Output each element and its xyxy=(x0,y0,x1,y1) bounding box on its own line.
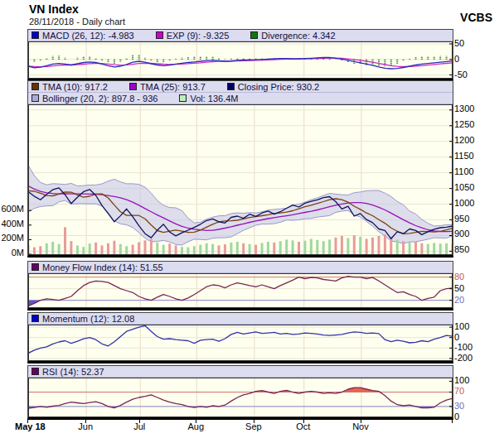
x-axis-tick xyxy=(27,419,28,423)
legend-bar: TMA (10): 917.2TMA (25): 913.7Closing Pr… xyxy=(28,81,453,93)
macd-plot xyxy=(28,41,453,79)
y-axis-tick-label: 0 xyxy=(454,412,459,421)
legend-bar: Momentum (12): 12.08 xyxy=(28,313,453,325)
x-axis-tick xyxy=(139,419,140,423)
legend-label: TMA (10): 917.2 xyxy=(42,82,108,92)
legend-label: RSI (14): 52.37 xyxy=(42,367,104,377)
y-axis-tick-label: -200 xyxy=(454,353,472,363)
legend-bar: MACD (26, 12): -4.983EXP (9): -9.325Dive… xyxy=(28,30,453,41)
legend-item: Bollinger (20, 2): 897.8 - 936 xyxy=(32,94,158,104)
close-swatch xyxy=(227,83,235,90)
y-axis-tick-label: 900 xyxy=(454,229,469,238)
x-axis-start-label: May 18 xyxy=(15,421,46,431)
y-axis-tick-label: 1000 xyxy=(454,198,474,208)
x-axis-tick xyxy=(254,419,254,423)
y-axis-tick-label: 1050 xyxy=(454,182,474,192)
legend-label: EXP (9): -9.325 xyxy=(167,31,230,41)
price-panel: TMA (10): 917.2TMA (25): 913.7Closing Pr… xyxy=(27,80,453,258)
volume-axis-label: 400M xyxy=(0,219,24,229)
vol-swatch xyxy=(179,94,187,102)
legend-item: Vol: 136.4M xyxy=(179,94,238,104)
mfi-panel: Money Flow Index (14): 51.55 xyxy=(27,261,453,311)
mfi-swatch xyxy=(32,263,39,271)
y-axis-tick-label: 1300 xyxy=(454,104,474,113)
brand-logo: VCBS xyxy=(460,11,492,24)
y-axis-tick-label: 50 xyxy=(454,283,464,293)
bollinger-swatch xyxy=(32,94,39,102)
legend-item: TMA (10): 917.2 xyxy=(32,82,108,92)
vn-index-chart: VN Index 28/11/2018 - Daily chart VCBS M… xyxy=(0,0,504,443)
x-axis-tick xyxy=(85,419,86,423)
legend-bar: RSI (14): 52.37 xyxy=(28,366,453,378)
y-axis-tick-label: 1200 xyxy=(454,135,474,145)
legend-item: TMA (25): 913.7 xyxy=(129,82,206,92)
y-axis-tick-label: 0 xyxy=(454,332,459,342)
volume-axis-label: 200M xyxy=(0,233,24,243)
y-axis-tick-label: 1100 xyxy=(454,166,474,176)
legend-label: Divergence: 4.342 xyxy=(261,31,335,41)
legend-bar: Bollinger (20, 2): 897.8 - 936Vol: 136.4… xyxy=(28,93,453,104)
legend-label: Bollinger (20, 2): 897.8 - 936 xyxy=(42,94,158,104)
mom-plot xyxy=(28,325,453,361)
chart-title: VN Index xyxy=(29,2,79,16)
momentum-swatch xyxy=(32,315,39,322)
y-axis-tick-label: 50 xyxy=(454,38,464,48)
rsi-swatch xyxy=(32,368,39,375)
mom-panel: Momentum (12): 12.08 xyxy=(27,312,453,364)
legend-item: RSI (14): 52.37 xyxy=(32,367,104,377)
x-axis-tick xyxy=(452,419,453,423)
legend-bar: Money Flow Index (14): 51.55 xyxy=(28,262,453,273)
volume-axis-label: 0M xyxy=(0,248,24,258)
y-axis-tick-label: 30 xyxy=(454,401,464,411)
legend-label: Momentum (12): 12.08 xyxy=(42,314,134,324)
y-axis-tick-label: 70 xyxy=(454,386,464,396)
legend-item: Money Flow Index (14): 51.55 xyxy=(32,262,163,272)
y-axis-tick-label: 80 xyxy=(454,272,464,282)
divergence-swatch xyxy=(250,31,258,39)
price-plot xyxy=(28,104,453,255)
legend-label: MACD (26, 12): -4.983 xyxy=(42,31,134,41)
rsi-panel: RSI (14): 52.37 xyxy=(27,365,453,420)
y-axis-tick-label: 1250 xyxy=(454,119,474,129)
volume-axis-label: 600M xyxy=(0,204,24,214)
y-axis-tick-label: 20 xyxy=(454,295,464,305)
x-axis-tick xyxy=(361,419,361,423)
y-axis-tick-label: 0 xyxy=(454,54,459,64)
x-axis-tick xyxy=(303,419,304,423)
legend-label: TMA (25): 913.7 xyxy=(140,82,206,92)
y-axis-tick-label: 950 xyxy=(454,214,469,224)
legend-item: Momentum (12): 12.08 xyxy=(32,314,134,324)
y-axis-tick-label: 1150 xyxy=(454,151,474,161)
legend-item: MACD (26, 12): -4.983 xyxy=(32,31,134,41)
y-axis-tick-label: -50 xyxy=(454,70,468,79)
exp-swatch xyxy=(156,31,163,39)
tma25-swatch xyxy=(129,83,137,90)
y-axis-tick-label: 850 xyxy=(454,244,469,254)
macd-swatch xyxy=(32,31,39,39)
rsi-plot xyxy=(28,378,453,417)
legend-item: Divergence: 4.342 xyxy=(250,31,335,41)
y-axis-tick-label: 100 xyxy=(454,375,469,385)
tma10-swatch xyxy=(32,83,39,90)
legend-item: EXP (9): -9.325 xyxy=(156,31,230,41)
legend-label: Money Flow Index (14): 51.55 xyxy=(42,262,163,272)
legend-label: Vol: 136.4M xyxy=(190,94,238,104)
macd-panel: MACD (26, 12): -4.983EXP (9): -9.325Dive… xyxy=(27,29,453,81)
legend-label: Closing Price: 930.2 xyxy=(238,82,319,92)
x-axis-tick xyxy=(196,419,196,423)
chart-subtitle: 28/11/2018 - Daily chart xyxy=(29,17,125,26)
y-axis-tick-label: 100 xyxy=(454,321,469,331)
y-axis-tick-label: -100 xyxy=(454,342,472,352)
mfi-plot xyxy=(28,273,453,308)
legend-item: Closing Price: 930.2 xyxy=(227,82,319,92)
